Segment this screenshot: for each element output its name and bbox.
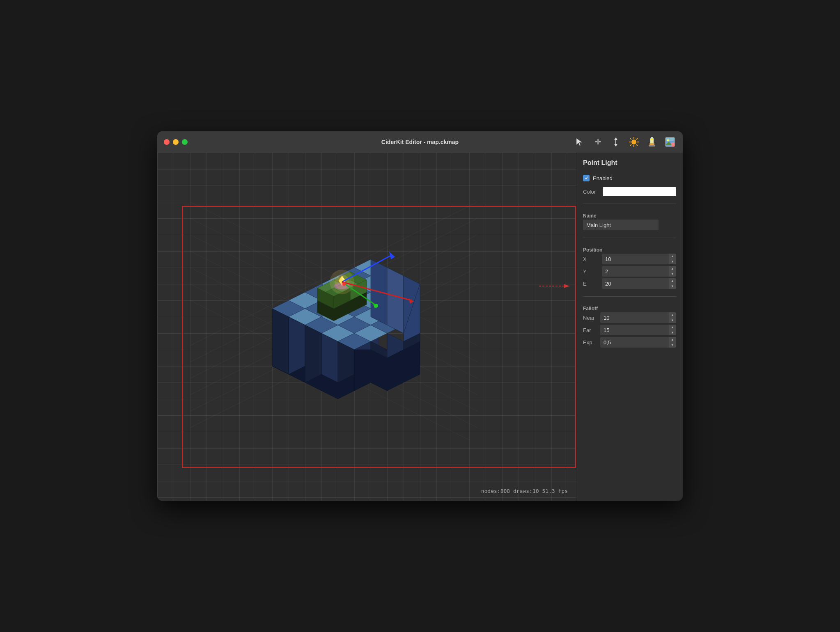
svg-point-5 [631, 140, 636, 144]
lighthouse-tool[interactable] [646, 136, 658, 148]
svg-marker-103 [564, 284, 570, 288]
near-spinners: ▲ ▼ [669, 312, 676, 323]
svg-line-10 [630, 138, 631, 140]
main-window: CiderKit Editor - map.ckmap ✛ [157, 131, 683, 501]
e-input[interactable] [602, 281, 669, 287]
far-input[interactable] [600, 327, 669, 333]
color-row: Color [583, 187, 676, 196]
position-section: Position X ▲ ▼ Y [583, 245, 676, 289]
enabled-checkbox[interactable] [583, 175, 590, 181]
name-section: Name [583, 211, 676, 230]
divider-3 [583, 296, 676, 297]
y-spinner-down[interactable]: ▼ [669, 271, 676, 277]
e-spinner-up[interactable]: ▲ [669, 278, 676, 284]
near-spinner-down[interactable]: ▼ [669, 318, 676, 323]
falloff-section: Falloff Near ▲ ▼ Far [583, 304, 676, 348]
color-label: Color [583, 189, 599, 195]
image-tool[interactable] [664, 136, 676, 148]
position-e-row: E ▲ ▼ [583, 278, 676, 289]
toolbar: ✛ [574, 136, 676, 148]
arrows-tool[interactable] [610, 136, 622, 148]
x-spinner-up[interactable]: ▲ [669, 254, 676, 259]
e-input-wrap: ▲ ▼ [602, 278, 676, 289]
color-picker[interactable] [603, 187, 676, 196]
position-y-row: Y ▲ ▼ [583, 266, 676, 277]
svg-marker-4 [614, 144, 617, 147]
svg-line-12 [636, 138, 638, 140]
e-spinner-down[interactable]: ▼ [669, 284, 676, 289]
near-spinner-up[interactable]: ▲ [669, 312, 676, 318]
position-section-label: Position [583, 247, 676, 253]
x-spinner-down[interactable]: ▼ [669, 259, 676, 264]
y-input[interactable] [602, 268, 669, 275]
y-input-wrap: ▲ ▼ [602, 266, 676, 277]
properties-panel: Point Light Enabled Color Name Position [576, 153, 683, 501]
titlebar: CiderKit Editor - map.ckmap ✛ [157, 131, 683, 153]
window-controls [164, 139, 188, 145]
svg-rect-23 [671, 142, 675, 147]
enabled-row: Enabled [583, 175, 676, 181]
svg-rect-15 [650, 143, 654, 145]
svg-point-21 [667, 140, 669, 142]
position-x-row: X ▲ ▼ [583, 254, 676, 264]
near-label: Near [583, 315, 598, 321]
y-spinners: ▲ ▼ [669, 266, 676, 277]
x-input[interactable] [602, 256, 669, 262]
svg-point-18 [651, 138, 653, 140]
move-tool[interactable]: ✛ [592, 136, 604, 148]
x-label: X [583, 256, 599, 262]
sun-tool[interactable] [628, 136, 640, 148]
maximize-button[interactable] [182, 139, 188, 145]
window-title: CiderKit Editor - map.ckmap [381, 139, 459, 145]
near-input-wrap: ▲ ▼ [600, 312, 676, 323]
exp-input-wrap: ▲ ▼ [600, 337, 676, 348]
svg-rect-17 [649, 145, 655, 147]
divider-2 [583, 238, 676, 238]
svg-rect-20 [666, 137, 675, 141]
far-spinners: ▲ ▼ [669, 325, 676, 335]
falloff-far-row: Far ▲ ▼ [583, 325, 676, 335]
panel-title: Point Light [583, 159, 676, 167]
svg-line-11 [636, 144, 638, 146]
falloff-near-row: Near ▲ ▼ [583, 312, 676, 323]
near-input[interactable] [600, 315, 669, 321]
far-label: Far [583, 327, 598, 333]
far-spinner-down[interactable]: ▼ [669, 330, 676, 335]
exp-spinner-down[interactable]: ▼ [669, 342, 676, 348]
svg-line-13 [630, 144, 631, 146]
cursor-tool[interactable] [574, 136, 586, 148]
e-label: E [583, 281, 599, 287]
far-spinner-up[interactable]: ▲ [669, 325, 676, 330]
minimize-button[interactable] [173, 139, 179, 145]
svg-text:✛: ✛ [595, 138, 601, 146]
close-button[interactable] [164, 139, 170, 145]
far-input-wrap: ▲ ▼ [600, 325, 676, 335]
x-input-wrap: ▲ ▼ [602, 254, 676, 264]
x-spinners: ▲ ▼ [669, 254, 676, 264]
name-section-label: Name [583, 213, 676, 219]
svg-marker-0 [576, 138, 582, 146]
exp-input[interactable] [600, 339, 669, 346]
name-input[interactable] [583, 220, 659, 230]
grid-background [157, 153, 576, 501]
falloff-indicator [539, 280, 572, 294]
exp-label: Exp [583, 339, 598, 346]
enabled-label: Enabled [593, 175, 613, 181]
exp-spinners: ▲ ▼ [669, 337, 676, 348]
y-label: Y [583, 268, 599, 275]
y-spinner-up[interactable]: ▲ [669, 266, 676, 271]
svg-marker-3 [614, 137, 617, 140]
e-spinners: ▲ ▼ [669, 278, 676, 289]
falloff-exp-row: Exp ▲ ▼ [583, 337, 676, 348]
divider-1 [583, 204, 676, 204]
status-bar: nodes:808 draws:10 51.3 fps [481, 488, 568, 494]
viewport[interactable]: nodes:808 draws:10 51.3 fps [157, 153, 576, 501]
falloff-section-label: Falloff [583, 306, 676, 311]
main-content: nodes:808 draws:10 51.3 fps Point Light … [157, 153, 683, 501]
exp-spinner-up[interactable]: ▲ [669, 337, 676, 342]
